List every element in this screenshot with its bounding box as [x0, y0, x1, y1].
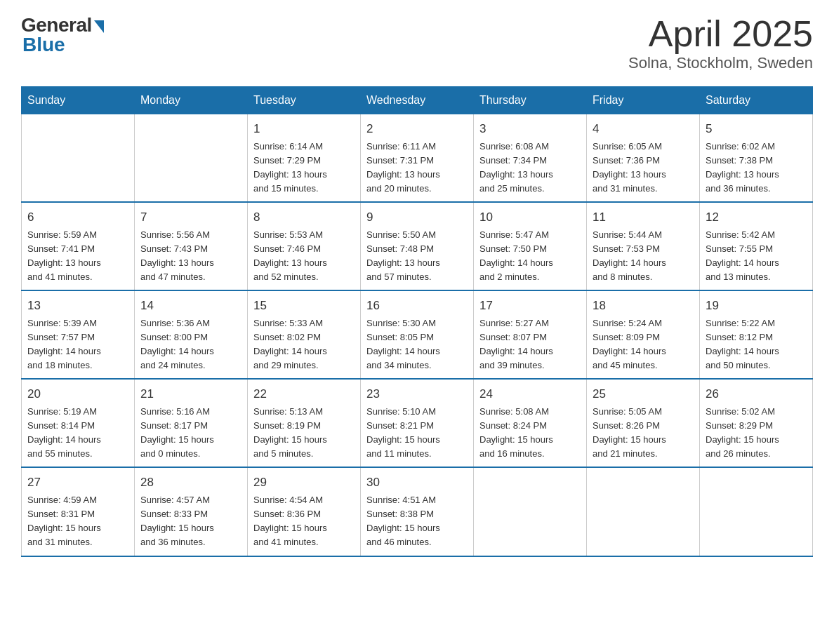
day-info: Sunrise: 5:44 AM Sunset: 7:53 PM Dayligh…: [593, 228, 694, 285]
calendar-cell: 6Sunrise: 5:59 AM Sunset: 7:41 PM Daylig…: [22, 202, 135, 290]
day-number: 18: [593, 297, 694, 315]
calendar-cell: [474, 467, 587, 556]
calendar-cell: 10Sunrise: 5:47 AM Sunset: 7:50 PM Dayli…: [474, 202, 587, 290]
day-info: Sunrise: 5:47 AM Sunset: 7:50 PM Dayligh…: [479, 228, 581, 285]
calendar-cell: 25Sunrise: 5:05 AM Sunset: 8:26 PM Dayli…: [587, 379, 700, 467]
day-number: 30: [366, 474, 468, 492]
calendar-cell: 17Sunrise: 5:27 AM Sunset: 8:07 PM Dayli…: [474, 290, 587, 379]
calendar-cell: 20Sunrise: 5:19 AM Sunset: 8:14 PM Dayli…: [22, 379, 135, 467]
day-number: 7: [140, 208, 241, 227]
day-number: 24: [479, 385, 581, 403]
day-info: Sunrise: 6:11 AM Sunset: 7:31 PM Dayligh…: [366, 140, 468, 196]
day-info: Sunrise: 4:51 AM Sunset: 8:38 PM Dayligh…: [366, 493, 468, 550]
calendar-cell: 11Sunrise: 5:44 AM Sunset: 7:53 PM Dayli…: [587, 202, 700, 290]
day-number: 17: [479, 297, 581, 315]
calendar-cell: [700, 467, 813, 556]
calendar-cell: 3Sunrise: 6:08 AM Sunset: 7:34 PM Daylig…: [474, 114, 587, 203]
page-header: General Blue April 2025 Solna, Stockholm…: [21, 14, 813, 72]
calendar-cell: 27Sunrise: 4:59 AM Sunset: 8:31 PM Dayli…: [22, 467, 135, 556]
calendar-cell: 30Sunrise: 4:51 AM Sunset: 8:38 PM Dayli…: [361, 467, 474, 556]
calendar-cell: 22Sunrise: 5:13 AM Sunset: 8:19 PM Dayli…: [248, 379, 361, 467]
calendar-subtitle: Solna, Stockholm, Sweden: [628, 54, 813, 72]
day-info: Sunrise: 4:57 AM Sunset: 8:33 PM Dayligh…: [140, 493, 241, 550]
calendar-cell: [135, 114, 248, 203]
calendar-cell: 15Sunrise: 5:33 AM Sunset: 8:02 PM Dayli…: [248, 290, 361, 379]
column-header-wednesday: Wednesday: [361, 87, 474, 114]
calendar-cell: 21Sunrise: 5:16 AM Sunset: 8:17 PM Dayli…: [135, 379, 248, 467]
day-number: 8: [253, 208, 355, 227]
calendar-cell: 2Sunrise: 6:11 AM Sunset: 7:31 PM Daylig…: [361, 114, 474, 203]
column-header-sunday: Sunday: [22, 87, 135, 114]
calendar-cell: 9Sunrise: 5:50 AM Sunset: 7:48 PM Daylig…: [361, 202, 474, 290]
day-number: 19: [706, 297, 807, 315]
day-info: Sunrise: 5:08 AM Sunset: 8:24 PM Dayligh…: [479, 405, 581, 462]
calendar-cell: [22, 114, 135, 203]
logo-arrow-icon: [94, 20, 104, 33]
day-info: Sunrise: 6:08 AM Sunset: 7:34 PM Dayligh…: [479, 140, 581, 196]
day-info: Sunrise: 6:02 AM Sunset: 7:38 PM Dayligh…: [706, 140, 807, 196]
day-number: 2: [366, 120, 468, 138]
logo: General Blue: [21, 14, 104, 56]
calendar-cell: 29Sunrise: 4:54 AM Sunset: 8:36 PM Dayli…: [248, 467, 361, 556]
day-info: Sunrise: 5:10 AM Sunset: 8:21 PM Dayligh…: [366, 405, 468, 462]
calendar-cell: 18Sunrise: 5:24 AM Sunset: 8:09 PM Dayli…: [587, 290, 700, 379]
column-header-monday: Monday: [135, 87, 248, 114]
day-number: 9: [366, 208, 468, 227]
calendar-cell: 26Sunrise: 5:02 AM Sunset: 8:29 PM Dayli…: [700, 379, 813, 467]
calendar-cell: 13Sunrise: 5:39 AM Sunset: 7:57 PM Dayli…: [22, 290, 135, 379]
calendar-cell: 5Sunrise: 6:02 AM Sunset: 7:38 PM Daylig…: [700, 114, 813, 203]
day-info: Sunrise: 5:39 AM Sunset: 7:57 PM Dayligh…: [27, 316, 128, 373]
day-number: 27: [27, 474, 128, 492]
day-info: Sunrise: 5:16 AM Sunset: 8:17 PM Dayligh…: [140, 405, 241, 462]
day-number: 4: [593, 120, 694, 138]
day-number: 5: [706, 120, 807, 138]
calendar-week-row: 27Sunrise: 4:59 AM Sunset: 8:31 PM Dayli…: [22, 467, 813, 556]
day-number: 13: [27, 297, 128, 315]
day-info: Sunrise: 5:22 AM Sunset: 8:12 PM Dayligh…: [706, 316, 807, 373]
day-number: 10: [479, 208, 581, 227]
day-number: 3: [479, 120, 581, 138]
calendar-cell: 1Sunrise: 6:14 AM Sunset: 7:29 PM Daylig…: [248, 114, 361, 203]
day-info: Sunrise: 5:27 AM Sunset: 8:07 PM Dayligh…: [479, 316, 581, 373]
day-info: Sunrise: 6:05 AM Sunset: 7:36 PM Dayligh…: [593, 140, 694, 196]
column-header-friday: Friday: [587, 87, 700, 114]
calendar-cell: 4Sunrise: 6:05 AM Sunset: 7:36 PM Daylig…: [587, 114, 700, 203]
calendar-week-row: 1Sunrise: 6:14 AM Sunset: 7:29 PM Daylig…: [22, 114, 813, 203]
day-number: 29: [253, 474, 355, 492]
day-number: 16: [366, 297, 468, 315]
day-info: Sunrise: 5:05 AM Sunset: 8:26 PM Dayligh…: [593, 405, 694, 462]
day-info: Sunrise: 5:56 AM Sunset: 7:43 PM Dayligh…: [140, 228, 241, 285]
logo-blue-text: Blue: [22, 34, 65, 56]
day-number: 1: [253, 120, 355, 138]
day-number: 23: [366, 385, 468, 403]
column-header-tuesday: Tuesday: [248, 87, 361, 114]
day-info: Sunrise: 5:33 AM Sunset: 8:02 PM Dayligh…: [253, 316, 355, 373]
day-info: Sunrise: 5:53 AM Sunset: 7:46 PM Dayligh…: [253, 228, 355, 285]
day-info: Sunrise: 4:59 AM Sunset: 8:31 PM Dayligh…: [27, 493, 128, 550]
calendar-cell: 28Sunrise: 4:57 AM Sunset: 8:33 PM Dayli…: [135, 467, 248, 556]
calendar-cell: 12Sunrise: 5:42 AM Sunset: 7:55 PM Dayli…: [700, 202, 813, 290]
day-info: Sunrise: 5:02 AM Sunset: 8:29 PM Dayligh…: [706, 405, 807, 462]
calendar-cell: 19Sunrise: 5:22 AM Sunset: 8:12 PM Dayli…: [700, 290, 813, 379]
calendar-cell: 24Sunrise: 5:08 AM Sunset: 8:24 PM Dayli…: [474, 379, 587, 467]
calendar-cell: 23Sunrise: 5:10 AM Sunset: 8:21 PM Dayli…: [361, 379, 474, 467]
day-number: 22: [253, 385, 355, 403]
day-info: Sunrise: 4:54 AM Sunset: 8:36 PM Dayligh…: [253, 493, 355, 550]
day-number: 6: [27, 208, 128, 227]
column-header-saturday: Saturday: [700, 87, 813, 114]
calendar-title: April 2025: [628, 14, 813, 54]
day-info: Sunrise: 6:14 AM Sunset: 7:29 PM Dayligh…: [253, 140, 355, 196]
day-info: Sunrise: 5:59 AM Sunset: 7:41 PM Dayligh…: [27, 228, 128, 285]
calendar-week-row: 13Sunrise: 5:39 AM Sunset: 7:57 PM Dayli…: [22, 290, 813, 379]
calendar-cell: 8Sunrise: 5:53 AM Sunset: 7:46 PM Daylig…: [248, 202, 361, 290]
calendar-cell: 14Sunrise: 5:36 AM Sunset: 8:00 PM Dayli…: [135, 290, 248, 379]
day-number: 15: [253, 297, 355, 315]
calendar-table: SundayMondayTuesdayWednesdayThursdayFrid…: [21, 86, 813, 556]
day-info: Sunrise: 5:30 AM Sunset: 8:05 PM Dayligh…: [366, 316, 468, 373]
calendar-week-row: 20Sunrise: 5:19 AM Sunset: 8:14 PM Dayli…: [22, 379, 813, 467]
calendar-cell: [587, 467, 700, 556]
day-number: 25: [593, 385, 694, 403]
calendar-header-row: SundayMondayTuesdayWednesdayThursdayFrid…: [22, 87, 813, 114]
day-info: Sunrise: 5:13 AM Sunset: 8:19 PM Dayligh…: [253, 405, 355, 462]
day-number: 12: [706, 208, 807, 227]
